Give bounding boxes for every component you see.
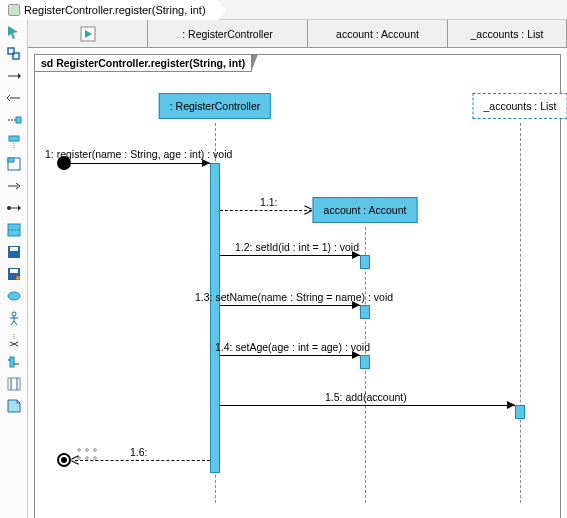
- label-1-5: 1.5: add(account): [325, 391, 407, 403]
- label-1-1: 1.1:: [260, 196, 278, 208]
- save-tool-1[interactable]: [4, 242, 24, 262]
- svg-marker-39: [17, 400, 20, 403]
- selection-tool[interactable]: [4, 22, 24, 42]
- editor-tab[interactable]: RegisterController.register(String, int): [0, 0, 219, 20]
- svg-rect-19: [10, 247, 18, 251]
- activation-account-2[interactable]: [360, 305, 370, 319]
- svg-rect-21: [10, 269, 18, 273]
- canvas-area: : RegisterController account : Account _…: [28, 20, 567, 518]
- svg-rect-7: [16, 117, 21, 123]
- svg-marker-0: [8, 26, 18, 39]
- lifeline-line-accounts: [520, 123, 521, 503]
- label-1: 1: register(name : String, age : int) : …: [45, 148, 232, 160]
- header-cell-play: [28, 20, 148, 48]
- sd-frame-label: sd RegisterController.register(String, i…: [34, 54, 252, 72]
- interaction-use-tool[interactable]: [4, 352, 24, 372]
- svg-point-13: [7, 206, 11, 210]
- label-1-4: 1.4: setAge(age : int = age) : void: [215, 341, 370, 353]
- lifeline-head-accounts[interactable]: _accounts : List: [473, 93, 567, 119]
- svg-rect-35: [8, 378, 20, 390]
- arrow-1: [202, 159, 210, 167]
- activation-account-1[interactable]: [360, 255, 370, 269]
- lifeline-head-controller[interactable]: : RegisterController: [159, 93, 271, 119]
- arrow-1-5: [507, 401, 515, 409]
- diagram-canvas[interactable]: sd RegisterController.register(String, i…: [28, 48, 567, 518]
- alt-fragment-tool[interactable]: [4, 220, 24, 240]
- arrow-1-6: [71, 456, 79, 464]
- tab-bar: RegisterController.register(String, int): [0, 0, 567, 20]
- label-1-3: 1.3: setName(name : String = name) : voi…: [195, 291, 393, 303]
- svg-marker-15: [18, 205, 21, 211]
- svg-rect-32: [10, 357, 14, 367]
- sequence-diagram-icon: [8, 4, 20, 16]
- lifeline-header-row: : RegisterController account : Account _…: [28, 20, 567, 48]
- message-1-2[interactable]: [220, 255, 360, 256]
- svg-rect-11: [8, 158, 14, 162]
- state-invariant-tool[interactable]: [4, 286, 24, 306]
- svg-line-27: [11, 321, 14, 325]
- svg-line-28: [14, 321, 17, 325]
- header-cell-accounts[interactable]: _accounts : List: [448, 20, 567, 48]
- destruction-tool[interactable]: [4, 330, 24, 350]
- save-tool-2[interactable]: [4, 264, 24, 284]
- message-tool[interactable]: [4, 66, 24, 86]
- activation-controller[interactable]: [210, 163, 220, 473]
- svg-point-23: [8, 292, 20, 300]
- arrow-1-1: [310, 206, 318, 214]
- svg-marker-4: [18, 73, 21, 79]
- message-1[interactable]: [71, 163, 210, 164]
- palette-toolbar: [0, 20, 28, 518]
- play-icon: [80, 26, 96, 42]
- message-1-3[interactable]: [220, 305, 360, 306]
- lifeline-tool[interactable]: [4, 132, 24, 152]
- activation-account-3[interactable]: [360, 355, 370, 369]
- message-1-6[interactable]: [75, 460, 210, 461]
- label-1-2: 1.2: setId(id : int = 1) : void: [235, 241, 359, 253]
- create-message-tool[interactable]: [4, 110, 24, 130]
- end-node[interactable]: [57, 453, 71, 467]
- note-tool[interactable]: [4, 396, 24, 416]
- combined-fragment-tool[interactable]: [4, 154, 24, 174]
- activation-accounts-1[interactable]: [515, 405, 525, 419]
- svg-rect-8: [9, 136, 19, 141]
- duration-tool[interactable]: [4, 374, 24, 394]
- async-message-tool[interactable]: [4, 176, 24, 196]
- label-1-6: 1.6:: [130, 446, 148, 458]
- main-area: : RegisterController account : Account _…: [0, 20, 567, 518]
- zoom-tool[interactable]: [4, 44, 24, 64]
- tab-title: RegisterController.register(String, int): [24, 4, 206, 16]
- message-1-5[interactable]: [220, 405, 515, 406]
- message-1-1[interactable]: [220, 210, 312, 211]
- return-tool[interactable]: [4, 88, 24, 108]
- sd-frame[interactable]: sd RegisterController.register(String, i…: [34, 54, 561, 518]
- header-cell-controller[interactable]: : RegisterController: [148, 20, 308, 48]
- actor-tool[interactable]: [4, 308, 24, 328]
- lifeline-head-account[interactable]: account : Account: [313, 197, 418, 223]
- header-cell-account[interactable]: account : Account: [308, 20, 448, 48]
- found-message-tool[interactable]: [4, 198, 24, 218]
- svg-point-22: [16, 276, 20, 280]
- svg-point-24: [12, 312, 16, 316]
- message-1-4[interactable]: [220, 355, 360, 356]
